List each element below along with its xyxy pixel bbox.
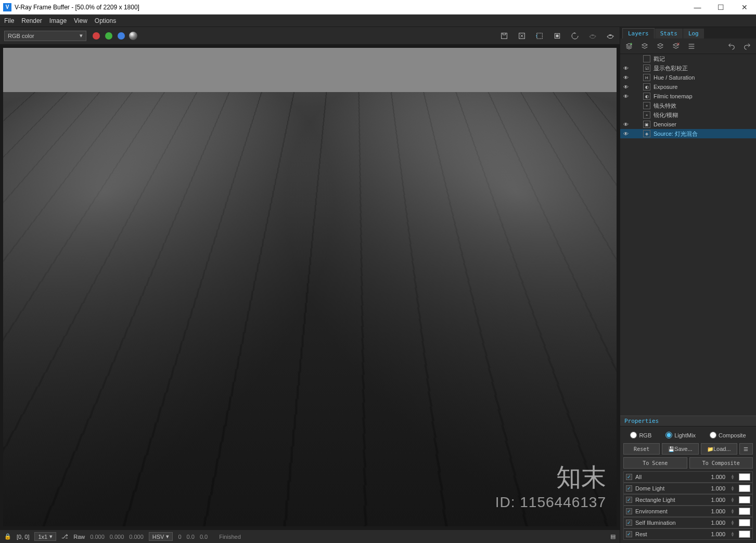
layer-row[interactable]: 👁◐Filmic tonemap <box>620 92 756 101</box>
chevron-down-icon: ▾ <box>80 32 83 39</box>
menu-view[interactable]: View <box>74 17 87 24</box>
spinner-icon[interactable]: ▲▼ <box>731 509 736 514</box>
window-title: V-Ray Frame Buffer - [50.0% of 2209 x 18… <box>15 4 686 11</box>
spinner-icon[interactable]: ▲▼ <box>731 520 736 525</box>
tab-log[interactable]: Log <box>683 29 704 38</box>
undo-icon[interactable] <box>727 42 736 51</box>
menu-options[interactable]: Options <box>95 17 116 24</box>
layer-row[interactable]: 👁◐Exposure <box>620 82 756 92</box>
light-value[interactable]: 1.000 <box>701 531 727 537</box>
reset-button[interactable]: Reset <box>623 443 660 455</box>
render-wall <box>3 48 617 92</box>
region-render-icon[interactable] <box>534 31 545 41</box>
layer-row[interactable]: 👁HHue / Saturation <box>620 73 756 82</box>
expand-panel-icon[interactable]: ▤ <box>610 533 616 540</box>
layer-label: 戳记 <box>654 55 665 63</box>
curve-icon[interactable]: ⎇ <box>61 533 68 540</box>
layer-row[interactable]: 👁◈Source: 灯光混合 <box>620 129 756 138</box>
redo-icon[interactable] <box>742 42 752 51</box>
light-checkbox[interactable]: ✓ <box>626 474 632 480</box>
track-mouse-icon[interactable] <box>552 31 562 41</box>
layer-row[interactable]: +镜头特效 <box>620 101 756 110</box>
lock-icon[interactable]: 🔒 <box>4 533 11 540</box>
visibility-icon[interactable]: 👁 <box>622 66 630 71</box>
layer-type-icon: ◐ <box>643 83 650 90</box>
menu-image[interactable]: Image <box>49 17 67 24</box>
spinner-icon[interactable]: ▲▼ <box>731 474 736 480</box>
colorspace-select[interactable]: HSV▾ <box>149 532 173 541</box>
red-channel-button[interactable] <box>93 32 100 40</box>
pick-size-select[interactable]: 1x1▾ <box>34 532 56 541</box>
light-row: ✓Self Illumination1.000▲▼ <box>623 517 753 528</box>
render-viewport[interactable]: 知末 ID: 1156446137 <box>3 48 617 526</box>
light-checkbox[interactable]: ✓ <box>626 508 632 514</box>
light-value[interactable]: 1.000 <box>701 485 727 492</box>
teapot-render-icon[interactable] <box>587 31 598 41</box>
preset-menu-button[interactable]: ☰ <box>739 443 753 455</box>
close-button[interactable]: ✕ <box>733 0 756 14</box>
green-channel-button[interactable] <box>105 32 112 40</box>
hsv-s: 0.0 <box>187 534 195 540</box>
save-button[interactable]: 💾 Save... <box>662 443 698 455</box>
layer-down-icon[interactable] <box>640 42 649 51</box>
menu-render[interactable]: Render <box>21 17 42 24</box>
layer-type-icon: ◐ <box>643 93 650 100</box>
delete-layer-icon[interactable] <box>671 42 681 51</box>
link-vfb-icon[interactable] <box>570 31 580 41</box>
light-checkbox[interactable]: ✓ <box>626 531 632 537</box>
layer-type-icon: + <box>643 102 650 109</box>
menu-file[interactable]: File <box>4 17 14 24</box>
layer-type-icon: ◈ <box>643 130 650 137</box>
channel-select[interactable]: RGB color▾ <box>4 31 86 41</box>
light-value[interactable]: 1.000 <box>701 474 727 480</box>
spinner-icon[interactable]: ▲▼ <box>731 486 736 491</box>
watermark-id: ID: 1156446137 <box>495 494 606 511</box>
light-checkbox[interactable]: ✓ <box>626 520 632 526</box>
spinner-icon[interactable]: ▲▼ <box>731 532 736 537</box>
visibility-icon[interactable]: 👁 <box>622 84 630 90</box>
light-checkbox[interactable]: ✓ <box>626 497 632 503</box>
teapot-render-last-icon[interactable] <box>605 31 616 41</box>
clear-image-icon[interactable] <box>517 31 527 41</box>
to-composite-button[interactable]: To Composite <box>689 457 753 469</box>
maximize-button[interactable]: ☐ <box>709 0 733 14</box>
spinner-icon[interactable]: ▲▼ <box>731 497 736 502</box>
light-row: ✓Rectangle Light1.000▲▼ <box>623 494 753 506</box>
mode-rgb[interactable]: RGB <box>630 432 651 438</box>
mode-lightmix[interactable]: LightMix <box>665 432 696 438</box>
raw-b: 0.000 <box>129 534 144 540</box>
to-scene-button[interactable]: To Scene <box>623 457 687 469</box>
layer-row[interactable]: 戳记 <box>620 54 756 63</box>
save-image-icon[interactable] <box>499 31 509 41</box>
layer-menu-icon[interactable] <box>687 42 696 51</box>
svg-rect-4 <box>556 35 558 37</box>
mode-composite[interactable]: Composite <box>710 432 746 438</box>
visibility-icon[interactable]: 👁 <box>622 94 630 99</box>
visibility-icon[interactable]: 👁 <box>622 75 630 81</box>
color-swatch[interactable] <box>739 485 750 492</box>
layer-row[interactable]: 👁☑显示色彩校正 <box>620 63 756 73</box>
light-checkbox[interactable]: ✓ <box>626 485 632 492</box>
color-swatch[interactable] <box>739 531 750 538</box>
layer-up-icon[interactable] <box>656 42 665 51</box>
tab-stats[interactable]: Stats <box>655 29 683 38</box>
mono-channel-button[interactable] <box>129 32 137 40</box>
minimize-button[interactable]: — <box>686 0 709 14</box>
light-name: Self Illumination <box>635 520 698 526</box>
light-value[interactable]: 1.000 <box>701 508 727 514</box>
add-layer-icon[interactable] <box>624 42 634 51</box>
visibility-icon[interactable]: 👁 <box>622 122 630 127</box>
blue-channel-button[interactable] <box>118 32 125 40</box>
watermark-text: 知末 <box>495 461 606 494</box>
layer-row[interactable]: +锐化/模糊 <box>620 110 756 120</box>
load-button[interactable]: 📁 Load... <box>701 443 737 455</box>
color-swatch[interactable] <box>739 508 750 515</box>
color-swatch[interactable] <box>739 519 750 526</box>
light-value[interactable]: 1.000 <box>701 497 727 503</box>
layer-row[interactable]: 👁▣Denoiser <box>620 120 756 129</box>
tab-layers[interactable]: Layers <box>622 28 655 38</box>
visibility-icon[interactable]: 👁 <box>622 131 630 137</box>
light-value[interactable]: 1.000 <box>701 520 727 526</box>
color-swatch[interactable] <box>739 473 750 481</box>
color-swatch[interactable] <box>739 496 750 503</box>
